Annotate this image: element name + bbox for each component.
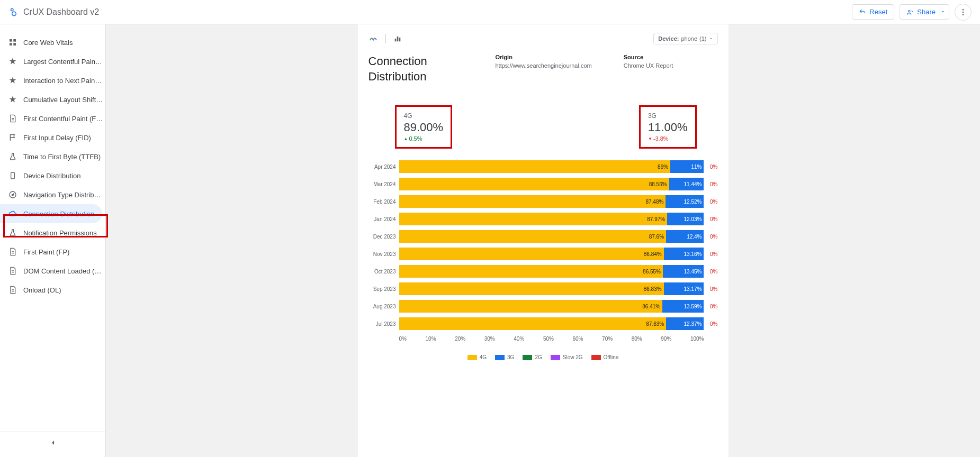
svg-point-4 bbox=[963, 11, 964, 13]
sidebar-item-label: Largest Contentful Pain… bbox=[23, 58, 102, 66]
bar-3g: 13.59% bbox=[662, 300, 704, 313]
row-label: Jul 2023 bbox=[368, 321, 399, 327]
svg-rect-10 bbox=[11, 172, 15, 179]
connection-chart: Apr 202489%11%0%Mar 202488.56%11.44%0%Fe… bbox=[368, 159, 718, 360]
chart-row: Nov 202386.84%13.16%0% bbox=[368, 246, 718, 261]
row-label: Mar 2024 bbox=[368, 181, 399, 187]
sidebar-item-3[interactable]: Cumulative Layout Shift… bbox=[0, 90, 102, 109]
chart-row: Oct 202386.55%13.45%0% bbox=[368, 264, 718, 279]
web-vitals-logo-icon bbox=[368, 34, 378, 43]
reset-button[interactable]: Reset bbox=[852, 4, 894, 20]
app-title: CrUX Dashboard v2 bbox=[23, 7, 99, 17]
sidebar-item-2[interactable]: Interaction to Next Pain… bbox=[0, 71, 102, 90]
share-dropdown-button[interactable] bbox=[937, 4, 949, 20]
legend: 4G 3G 2G Slow 2G Offline bbox=[368, 354, 718, 360]
row-label: Nov 2023 bbox=[368, 251, 399, 257]
legend-3g-label: 3G bbox=[507, 354, 514, 360]
bar-track: 86.55%13.45% bbox=[399, 265, 704, 278]
sidebar-item-6[interactable]: Time to First Byte (TTFB) bbox=[0, 147, 102, 166]
sidebar-collapse-button[interactable] bbox=[0, 432, 105, 453]
sidebar-item-label: Core Web Vitals bbox=[23, 39, 73, 47]
chart-row: Apr 202489%11%0% bbox=[368, 159, 718, 174]
share-label: Share bbox=[917, 8, 936, 16]
device-filter[interactable]: Device: phone (1) bbox=[653, 33, 717, 44]
device-filter-count: (1) bbox=[699, 35, 706, 42]
zero-label: 0% bbox=[704, 164, 718, 170]
report-title: Connection Distribution bbox=[368, 54, 464, 84]
axis-tick: 100% bbox=[690, 336, 704, 342]
more-options-button[interactable] bbox=[955, 4, 972, 21]
axis-tick: 50% bbox=[543, 336, 554, 342]
zero-label: 0% bbox=[704, 234, 718, 240]
bar-4g: 87.97% bbox=[399, 213, 668, 225]
sidebar-item-label: Connection Distribution bbox=[23, 210, 94, 218]
sidebar-item-label: First Contentful Paint (F… bbox=[23, 115, 102, 123]
share-button[interactable]: Share bbox=[900, 4, 942, 20]
scorecard-label: 4G bbox=[404, 112, 444, 120]
row-label: Apr 2024 bbox=[368, 164, 399, 170]
swatch-slow2g bbox=[551, 355, 560, 360]
zero-label: 0% bbox=[704, 304, 718, 309]
sidebar-item-0[interactable]: Core Web Vitals bbox=[0, 33, 102, 52]
sidebar-item-9[interactable]: Connection Distribution bbox=[0, 204, 102, 223]
report-header: Device: phone (1) bbox=[368, 33, 718, 44]
axis-tick: 0% bbox=[399, 336, 407, 342]
chart-row: Mar 202488.56%11.44%0% bbox=[368, 177, 718, 191]
bar-track: 88.56%11.44% bbox=[399, 178, 704, 190]
bar-4g: 86.41% bbox=[399, 300, 663, 313]
header-left: CrUX Dashboard v2 bbox=[8, 7, 99, 17]
chevron-down-icon bbox=[709, 36, 713, 41]
bar-4g: 86.55% bbox=[399, 265, 663, 278]
chart-row: Jul 202387.63%12.37%0% bbox=[368, 316, 718, 331]
svg-point-0 bbox=[11, 8, 14, 11]
origin-label: Origin bbox=[496, 54, 592, 60]
bar-4g: 89% bbox=[399, 160, 671, 173]
bar-3g: 13.16% bbox=[664, 248, 704, 260]
scorecard-4G: 4G89.00%▲ 0.5% bbox=[395, 105, 453, 149]
bar-3g: 11.44% bbox=[669, 178, 704, 190]
sidebar-item-11[interactable]: First Paint (FP) bbox=[0, 242, 102, 261]
legend-offline-label: Offline bbox=[604, 354, 619, 360]
legend-3g: 3G bbox=[495, 354, 514, 360]
legend-slow2g: Slow 2G bbox=[551, 354, 583, 360]
report-info: Connection Distribution Origin https://w… bbox=[368, 54, 718, 84]
sidebar-item-7[interactable]: Device Distribution bbox=[0, 166, 102, 185]
zero-label: 0% bbox=[704, 321, 718, 327]
svg-rect-13 bbox=[397, 36, 398, 41]
sidebar-item-10[interactable]: Notification Permissions bbox=[0, 223, 102, 242]
row-label: Sep 2023 bbox=[368, 286, 399, 292]
zero-label: 0% bbox=[704, 269, 718, 275]
bar-4g: 86.84% bbox=[399, 248, 664, 260]
chevron-down-icon bbox=[940, 9, 946, 14]
content: Core Web VitalsLargest Contentful Pain…I… bbox=[0, 24, 980, 457]
sidebar-item-label: Interaction to Next Pain… bbox=[23, 77, 102, 85]
bar-4g: 87.48% bbox=[399, 195, 666, 208]
chart-row: Feb 202487.48%12.52%0% bbox=[368, 194, 718, 209]
bar-track: 86.83%13.17% bbox=[399, 282, 704, 295]
scorecard-3G: 3G11.00%▼ -3.8% bbox=[639, 105, 697, 149]
sidebar-item-5[interactable]: First Input Delay (FID) bbox=[0, 128, 102, 147]
zero-label: 0% bbox=[704, 216, 718, 222]
swatch-4g bbox=[467, 355, 477, 360]
legend-slow2g-label: Slow 2G bbox=[563, 354, 583, 360]
bar-3g: 12.03% bbox=[667, 213, 704, 225]
sidebar-item-4[interactable]: First Contentful Paint (F… bbox=[0, 109, 102, 128]
sidebar-item-label: Device Distribution bbox=[23, 172, 80, 180]
row-label: Feb 2024 bbox=[368, 199, 399, 205]
sidebar-item-13[interactable]: Onload (OL) bbox=[0, 280, 102, 299]
axis-tick: 90% bbox=[661, 336, 671, 342]
sidebar-item-12[interactable]: DOM Content Loaded (… bbox=[0, 261, 102, 280]
bar-track: 87.63%12.37% bbox=[399, 317, 704, 330]
report-header-left bbox=[368, 34, 402, 43]
x-axis: 0%10%20%30%40%50%60%70%80%90%100% bbox=[399, 334, 704, 342]
row-label: Oct 2023 bbox=[368, 269, 399, 275]
sidebar-item-label: First Paint (FP) bbox=[23, 248, 69, 256]
source-value: Chrome UX Report bbox=[624, 62, 673, 69]
source-block: Source Chrome UX Report bbox=[624, 54, 673, 84]
sidebar-item-8[interactable]: Navigation Type Distrib… bbox=[0, 185, 102, 204]
sidebar-item-1[interactable]: Largest Contentful Pain… bbox=[0, 52, 102, 71]
bar-track: 86.41%13.59% bbox=[399, 300, 704, 313]
axis-tick: 60% bbox=[573, 336, 583, 342]
bar-4g: 87.6% bbox=[399, 230, 667, 243]
sidebar-item-label: Navigation Type Distrib… bbox=[23, 191, 101, 199]
